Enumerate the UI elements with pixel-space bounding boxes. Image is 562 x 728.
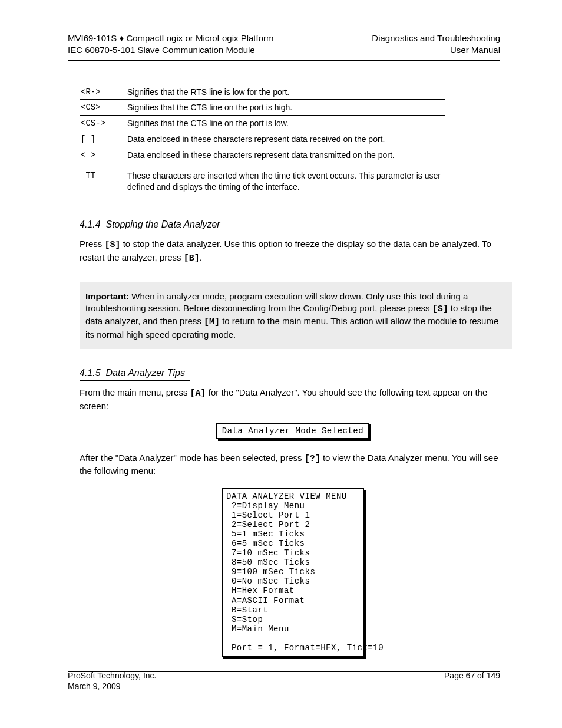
- page-header-left: MVI69-101S ♦ CompactLogix or MicroLogix …: [68, 32, 273, 57]
- key-m: [M]: [204, 317, 220, 327]
- code-key: < >: [80, 147, 126, 163]
- key-s: [S]: [432, 304, 448, 314]
- code-desc: Data enclosed in these characters repres…: [126, 131, 445, 147]
- table-row: <CS-> Signifies that the CTS line on the…: [80, 116, 445, 131]
- code-key: <R->: [80, 84, 126, 100]
- table-row: < > Data enclosed in these characters re…: [80, 147, 445, 163]
- analyzer-codes-table: <R-> Signifies that the RTS line is low …: [80, 84, 445, 200]
- code-desc: These characters are inserted when the t…: [126, 163, 445, 200]
- important-label: Important:: [85, 291, 129, 301]
- table-row: _TT_ These characters are inserted when …: [80, 163, 445, 200]
- code-key: <CS>: [80, 100, 126, 116]
- code-key: <CS->: [80, 116, 126, 131]
- footer-left: ProSoft Technology, Inc. March 9, 2009: [68, 671, 156, 691]
- code-desc: Signifies that the CTS line on the port …: [126, 116, 445, 131]
- footer-right: Page 67 of 149: [444, 671, 500, 691]
- section-heading-stopping: 4.1.4 Stopping the Data Analyzer: [80, 218, 506, 233]
- header-doc-type: User Manual: [450, 45, 500, 55]
- section-number: 4.1.4: [80, 219, 101, 229]
- header-section: Diagnostics and Troubleshooting: [372, 33, 500, 43]
- key-s: [S]: [105, 240, 121, 250]
- terminal-analyzer-menu: DATA ANALYZER VIEW MENU ?=Display Menu 1…: [222, 488, 364, 658]
- key-a: [A]: [190, 388, 206, 398]
- section-title: Data Analyzer Tips: [105, 368, 184, 378]
- header-rule: [68, 60, 500, 61]
- tips-paragraph-2: After the "Data Analyzer" mode has been …: [80, 452, 506, 477]
- page-footer: ProSoft Technology, Inc. March 9, 2009 P…: [68, 671, 500, 691]
- code-desc: Signifies that the CTS line on the port …: [126, 100, 445, 116]
- key-b: [B]: [184, 253, 200, 263]
- footer-page-number: Page 67 of 149: [444, 671, 500, 680]
- key-question: [?]: [305, 454, 320, 464]
- header-subtitle: IEC 60870-5-101 Slave Communication Modu…: [68, 45, 255, 55]
- section-number: 4.1.5: [80, 368, 101, 378]
- table-row: <R-> Signifies that the RTS line is low …: [80, 84, 445, 100]
- terminal-mode-selected: Data Analyzer Mode Selected: [216, 423, 369, 439]
- section-heading-tips: 4.1.5 Data Analyzer Tips: [80, 367, 506, 381]
- important-box: Important: When in analyzer mode, progra…: [80, 282, 512, 349]
- code-desc: Signifies that the RTS line is low for t…: [126, 84, 445, 100]
- page-header-right: Diagnostics and Troubleshooting User Man…: [372, 32, 500, 57]
- header-sep: ♦: [120, 33, 124, 43]
- code-key: [ ]: [80, 131, 126, 147]
- header-product: MVI69-101S: [68, 33, 117, 43]
- stopping-paragraph: Press [S] to stop the data analyzer. Use…: [80, 238, 506, 265]
- header-platform: CompactLogix or MicroLogix Platform: [126, 33, 273, 43]
- code-desc: Data enclosed in these characters repres…: [126, 147, 445, 163]
- page-header: MVI69-101S ♦ CompactLogix or MicroLogix …: [68, 32, 500, 57]
- tips-paragraph-1: From the main menu, press [A] for the "D…: [80, 387, 506, 412]
- section-title: Stopping the Data Analyzer: [105, 219, 220, 229]
- code-key: _TT_: [80, 163, 126, 200]
- footer-company: ProSoft Technology, Inc.: [68, 671, 156, 680]
- table-row: [ ] Data enclosed in these characters re…: [80, 131, 445, 147]
- table-row: <CS> Signifies that the CTS line on the …: [80, 100, 445, 116]
- footer-date: March 9, 2009: [68, 681, 121, 691]
